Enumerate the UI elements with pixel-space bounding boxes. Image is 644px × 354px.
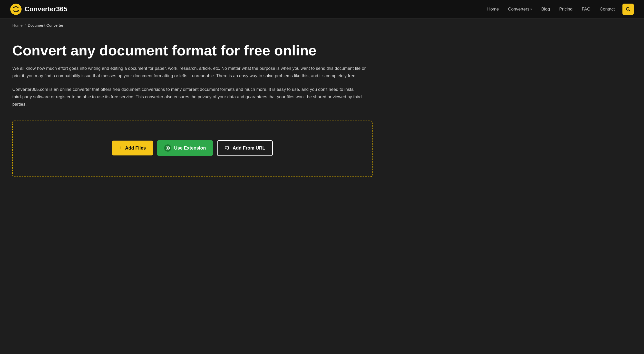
upload-buttons: + Add Files Use Extension [112, 140, 273, 156]
page-description-2: Converter365.com is an online converter … [12, 86, 366, 108]
brand-logo-link[interactable]: Converter365 [10, 4, 67, 15]
nav-faq[interactable]: FAQ [578, 5, 594, 14]
breadcrumb-home[interactable]: Home [12, 23, 23, 27]
nav-contact[interactable]: Contact [596, 5, 618, 14]
page-description-1: We all know how much effort goes into wr… [12, 65, 366, 80]
chevron-down-icon: ▾ [530, 7, 532, 11]
main-content: Convert any document format for free onl… [0, 32, 385, 177]
page-title: Convert any document format for free onl… [12, 42, 373, 59]
search-icon [626, 7, 631, 12]
nav-converters[interactable]: Converters ▾ [504, 5, 535, 14]
navbar: Converter365 Home Converters ▾ Blog Pric… [0, 0, 644, 18]
breadcrumb: Home / Document Converter [12, 23, 632, 27]
svg-point-6 [167, 147, 169, 149]
svg-line-4 [629, 10, 630, 11]
use-extension-label: Use Extension [174, 145, 206, 151]
plus-icon: + [119, 145, 123, 151]
nav-blog[interactable]: Blog [538, 5, 553, 14]
extension-icon [164, 144, 171, 152]
link-icon [223, 144, 232, 152]
breadcrumb-separator: / [25, 23, 26, 27]
add-url-label: Add From URL [232, 145, 265, 151]
breadcrumb-current: Document Converter [28, 23, 63, 27]
nav-home[interactable]: Home [484, 5, 502, 14]
upload-area: + Add Files Use Extension [12, 121, 373, 177]
search-button[interactable] [622, 4, 634, 15]
add-files-label: Add Files [125, 145, 146, 151]
svg-point-0 [10, 4, 22, 15]
nav-links: Home Converters ▾ Blog Pricing FAQ Conta… [484, 4, 634, 15]
add-url-button[interactable]: Add From URL [217, 140, 273, 156]
use-extension-button[interactable]: Use Extension [157, 140, 213, 156]
breadcrumb-bar: Home / Document Converter [0, 18, 644, 32]
brand-name-text: Converter365 [25, 5, 67, 13]
brand-logo-icon [10, 4, 22, 15]
nav-pricing[interactable]: Pricing [555, 5, 576, 14]
add-files-button[interactable]: + Add Files [112, 141, 153, 155]
